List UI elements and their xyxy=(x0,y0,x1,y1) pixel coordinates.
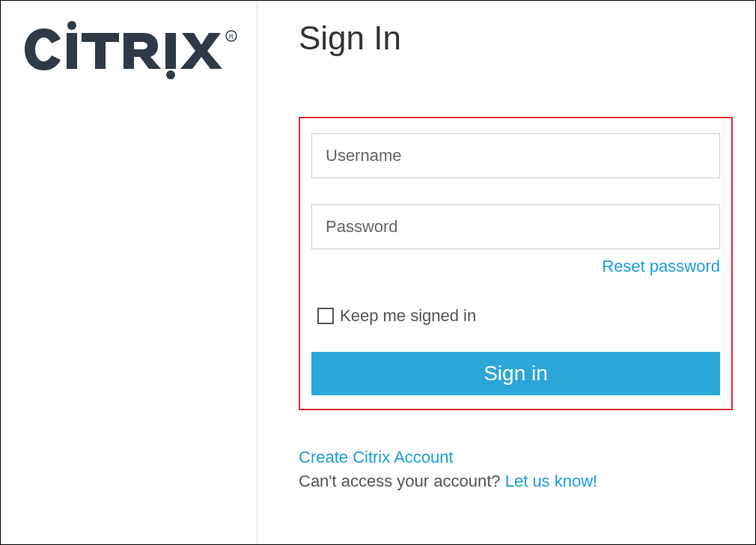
svg-point-0 xyxy=(67,21,76,30)
create-account-link[interactable]: Create Citrix Account xyxy=(299,448,454,467)
page-title: Sign In xyxy=(299,19,733,57)
left-column: R xyxy=(1,1,257,544)
password-input[interactable] xyxy=(311,204,720,249)
username-input[interactable] xyxy=(311,133,720,178)
svg-rect-1 xyxy=(67,33,77,69)
cant-access-text: Can't access your account? xyxy=(299,472,505,490)
signin-form-highlight: Reset password Keep me signed in Sign in xyxy=(299,117,733,410)
svg-rect-2 xyxy=(165,33,176,69)
svg-text:R: R xyxy=(229,33,234,40)
svg-point-3 xyxy=(166,70,175,79)
reset-password-link[interactable]: Reset password xyxy=(602,257,720,275)
keep-signed-in-label: Keep me signed in xyxy=(340,306,476,326)
footer-links: Create Citrix Account Can't access your … xyxy=(299,448,733,491)
citrix-logo: R xyxy=(16,19,240,79)
signin-button[interactable]: Sign in xyxy=(311,352,720,395)
right-column: Sign In Reset password Keep me signed in… xyxy=(257,1,755,544)
keep-signed-in-checkbox[interactable] xyxy=(317,308,334,324)
let-us-know-link[interactable]: Let us know! xyxy=(505,472,598,490)
